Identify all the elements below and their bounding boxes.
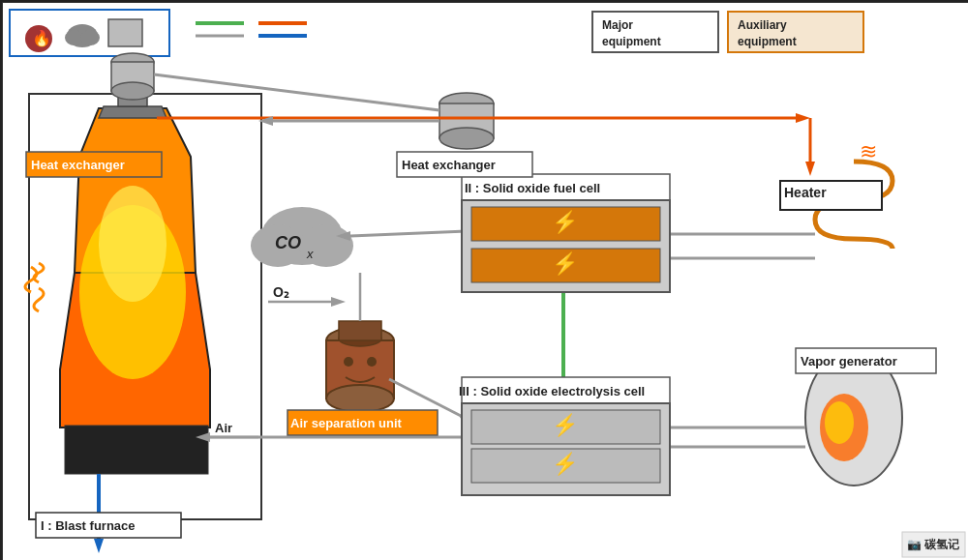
svg-marker-54 [805,162,815,176]
svg-rect-13 [592,12,718,52]
svg-marker-63 [648,253,662,263]
svg-rect-32 [439,103,494,138]
svg-rect-16 [728,12,863,52]
svg-marker-59 [646,229,660,239]
svg-point-6 [80,30,100,45]
svg-point-5 [65,30,84,45]
blast-furnace-label [36,513,181,538]
svg-marker-20 [75,108,196,273]
svg-marker-25 [99,106,166,118]
svg-line-60 [350,231,467,236]
svg-rect-7 [108,19,142,46]
svg-point-28 [111,53,154,71]
svg-text:Major: Major [602,18,633,32]
sofc-label [462,174,670,201]
svg-point-22 [79,205,186,379]
svg-marker-72 [650,423,665,432]
svg-text:⚡: ⚡ [552,209,579,235]
svg-point-41 [344,357,353,367]
svg-rect-83 [471,207,660,241]
svg-rect-89 [462,403,670,495]
svg-text:equipment: equipment [602,35,661,48]
svg-point-30 [111,82,154,100]
svg-marker-21 [60,273,210,427]
svg-marker-78 [331,297,346,307]
svg-rect-107 [902,532,965,557]
svg-rect-40 [339,321,381,340]
svg-rect-82 [462,200,670,292]
svg-rect-90 [471,410,660,444]
main-diagram-svg: 🔥 Major equipment Auxiliary equipment [2,2,968,560]
svg-text:Auxiliary: Auxiliary [738,18,787,32]
svg-rect-27 [123,60,142,79]
svg-marker-70 [196,432,210,442]
svg-text:📷 碳氢记: 📷 碳氢记 [907,537,960,551]
svg-text:⚡: ⚡ [552,451,579,477]
svg-rect-8 [10,10,169,56]
svg-point-39 [339,331,381,346]
diagram-container: 🔥 Major equipment Auxiliary equipment [0,0,968,560]
vapor-generator-label [796,348,936,373]
svg-text:🔥: 🔥 [32,29,51,47]
svg-rect-1 [2,2,968,560]
svg-text:≋: ≋ [860,139,877,163]
svg-marker-57 [258,116,273,126]
svg-point-2 [25,25,52,52]
svg-text:⚡: ⚡ [552,412,579,438]
svg-rect-0 [2,2,968,560]
svg-rect-29 [111,62,154,91]
svg-point-4 [67,24,98,47]
co-x-cloud [261,210,344,273]
svg-point-44 [820,394,868,461]
svg-text:equipment: equipment [738,35,797,48]
svg-rect-24 [65,426,208,474]
svg-point-38 [326,385,394,412]
svg-rect-37 [326,340,394,398]
svg-text:⚡: ⚡ [552,251,579,277]
svg-point-31 [439,93,494,114]
svg-line-55 [154,74,439,110]
air-separation-label [287,410,438,435]
svg-marker-74 [650,442,665,452]
svg-text:O₂: O₂ [273,284,289,300]
svg-marker-52 [796,113,810,123]
heat-exchanger-left-label [26,152,162,177]
svg-point-36 [326,327,394,354]
svg-point-33 [439,128,494,149]
svg-point-45 [825,401,854,444]
svg-point-23 [99,186,166,302]
heater-label [780,181,882,210]
svg-marker-67 [460,408,474,423]
svg-rect-85 [471,249,660,282]
svg-rect-92 [471,449,660,483]
soec-label [462,377,670,404]
svg-rect-26 [118,77,147,106]
svg-marker-76 [94,539,104,553]
svg-point-42 [367,357,377,367]
svg-text:Air: Air [215,421,232,435]
